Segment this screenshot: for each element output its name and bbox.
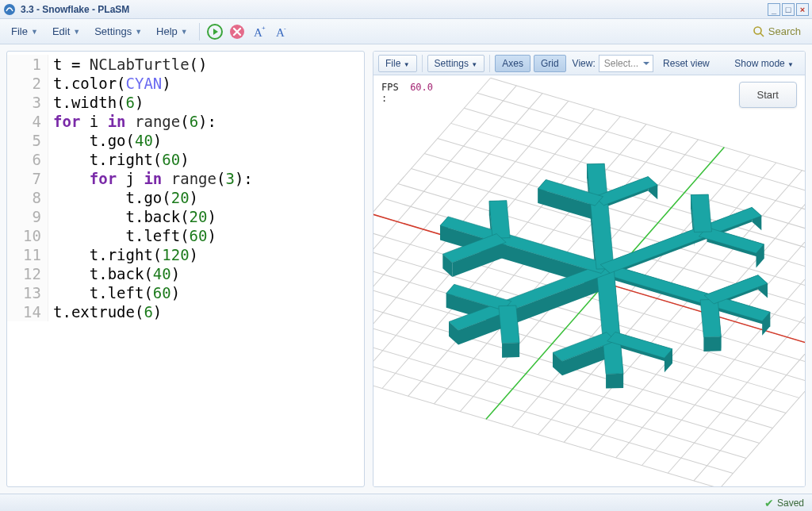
code-editor[interactable]: 1t = NCLabTurtle()2t.color(CYAN)3t.width…: [6, 51, 365, 487]
code-line[interactable]: 10 t.left(60): [7, 226, 364, 245]
svg-marker-96: [489, 201, 510, 239]
code-line[interactable]: 3t.width(6): [7, 93, 364, 112]
font-increase-icon[interactable]: A+: [251, 23, 268, 40]
viewer-canvas[interactable]: FPS 60.0: Start: [373, 75, 805, 486]
run-icon[interactable]: [206, 23, 224, 40]
viewer-pane: File ▼ Settings ▼ Axes Grid View: Select…: [373, 51, 806, 487]
code-line[interactable]: 4for i in range(6):: [7, 112, 364, 131]
stop-icon[interactable]: [228, 23, 246, 40]
svg-marker-94: [499, 305, 519, 344]
code-line[interactable]: 9 t.back(20): [7, 207, 364, 226]
svg-marker-103: [691, 194, 711, 232]
viewer-menu-settings[interactable]: Settings ▼: [427, 55, 485, 72]
svg-point-7: [754, 27, 761, 34]
search-icon: [753, 25, 765, 38]
title-bar: 3.3 - Snowflake - PLaSM _ □ ×: [0, 0, 812, 19]
window-title: 3.3 - Snowflake - PLaSM: [21, 4, 129, 15]
svg-marker-88: [704, 275, 768, 304]
viewer-toggle-grid[interactable]: Grid: [534, 55, 566, 72]
svg-line-8: [760, 33, 764, 36]
code-line[interactable]: 14t.extrude(6): [7, 302, 364, 321]
minimize-button[interactable]: _: [768, 3, 780, 16]
workspace: 1t = NCLabTurtle()2t.color(CYAN)3t.width…: [0, 44, 812, 494]
viewer-toolbar: File ▼ Settings ▼ Axes Grid View: Select…: [373, 52, 805, 75]
code-line[interactable]: 11 t.right(120): [7, 245, 364, 264]
viewer-toggle-axes[interactable]: Axes: [495, 55, 530, 72]
check-icon: ✔: [764, 497, 774, 509]
code-line[interactable]: 7 for j in range(3):: [7, 169, 364, 188]
menu-settings[interactable]: Settings▼: [88, 22, 148, 40]
close-button[interactable]: ×: [796, 3, 809, 16]
viewer-reset-view[interactable]: Reset view: [657, 56, 716, 71]
code-line[interactable]: 13 t.left(60): [7, 283, 364, 302]
font-decrease-icon[interactable]: A-: [273, 23, 290, 40]
svg-marker-87: [700, 299, 721, 337]
status-bar: ✔ Saved: [0, 494, 812, 511]
code-line[interactable]: 12 t.back(40): [7, 264, 364, 283]
search-button[interactable]: Search: [753, 25, 807, 38]
code-line[interactable]: 5 t.go(40): [7, 131, 364, 150]
app-icon: [3, 3, 16, 16]
menu-bar: File▼ Edit▼ Settings▼ Help▼ A+ A- Search: [0, 19, 812, 44]
menu-file[interactable]: File▼: [5, 22, 44, 40]
code-line[interactable]: 8 t.go(20): [7, 188, 364, 207]
svg-text:-: -: [284, 25, 286, 32]
viewer-view-select[interactable]: Select...: [599, 55, 653, 72]
svg-marker-69: [703, 336, 721, 352]
menu-edit[interactable]: Edit▼: [46, 22, 86, 40]
code-line[interactable]: 6 t.right(60): [7, 150, 364, 169]
viewer-view-label: View:: [573, 58, 596, 69]
svg-text:+: +: [262, 25, 266, 32]
code-line[interactable]: 1t = NCLabTurtle(): [7, 55, 364, 74]
svg-line-42: [373, 320, 746, 459]
maximize-button[interactable]: □: [782, 3, 795, 16]
viewer-show-mode[interactable]: Show mode ▼: [728, 56, 800, 71]
svg-point-0: [4, 4, 15, 15]
viewer-menu-file[interactable]: File ▼: [378, 55, 417, 72]
menu-help[interactable]: Help▼: [150, 22, 194, 40]
svg-marker-76: [502, 343, 519, 358]
scene-svg: [373, 75, 805, 486]
code-line[interactable]: 2t.color(CYAN): [7, 74, 364, 93]
svg-marker-71: [606, 374, 623, 389]
status-saved: Saved: [777, 498, 804, 509]
